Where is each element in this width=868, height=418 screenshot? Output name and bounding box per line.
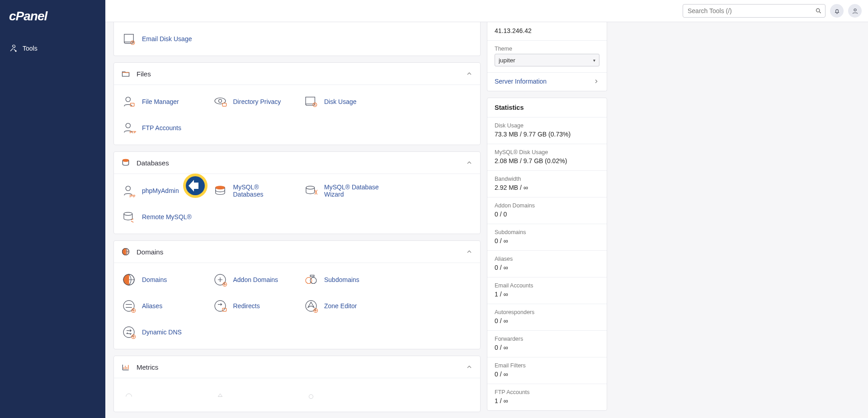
stat-value: 0 / ∞ bbox=[495, 317, 599, 324]
stat-value: 0 / ∞ bbox=[495, 371, 599, 378]
chevron-right-icon bbox=[593, 78, 599, 85]
item-label: FTP Accounts bbox=[142, 124, 181, 132]
stat-label: Aliases bbox=[495, 256, 599, 262]
item-label: MySQL® Database Wizard bbox=[324, 183, 382, 198]
item-label: Directory Privacy bbox=[233, 98, 281, 105]
phpmyadmin-icon: php bbox=[121, 183, 137, 198]
svg-point-2 bbox=[854, 9, 856, 11]
item-metrics-partial-3[interactable] bbox=[298, 383, 387, 407]
stat-value: 2.08 MB / 9.7 GB (0.02%) bbox=[495, 157, 599, 164]
stat-row[interactable]: Subdomains0 / ∞ bbox=[487, 224, 607, 251]
group-header-metrics[interactable]: Metrics bbox=[114, 356, 480, 378]
stat-value: 0 / ∞ bbox=[495, 344, 599, 351]
svg-text:FTP: FTP bbox=[130, 130, 136, 134]
stat-row[interactable]: Addon Domains0 / 0 bbox=[487, 197, 607, 224]
search-input[interactable] bbox=[683, 4, 826, 18]
group-title: Domains bbox=[137, 248, 163, 256]
svg-point-37 bbox=[309, 395, 313, 399]
item-subdomains[interactable]: Subdomains bbox=[298, 268, 387, 292]
item-label: Domains bbox=[142, 276, 167, 283]
item-remote-mysql[interactable]: Remote MySQL® bbox=[116, 205, 205, 229]
theme-select[interactable]: jupiter bbox=[495, 54, 599, 66]
stat-row[interactable]: FTP Accounts1 / ∞ bbox=[487, 384, 607, 410]
globe-icon bbox=[121, 247, 130, 256]
group-header-files[interactable]: Files bbox=[114, 63, 480, 85]
gauge-icon bbox=[303, 387, 319, 403]
svg-point-11 bbox=[126, 123, 130, 128]
group-databases: Databases php bbox=[113, 151, 481, 234]
folder-icon bbox=[121, 69, 130, 78]
item-label: Dynamic DNS bbox=[142, 329, 182, 336]
stat-row[interactable]: Forwarders0 / ∞ bbox=[487, 331, 607, 357]
stat-label: Disk Usage bbox=[495, 122, 599, 129]
ip-value: 41.13.246.42 bbox=[495, 27, 599, 34]
directory-privacy-icon bbox=[212, 94, 228, 109]
item-metrics-partial-1[interactable] bbox=[116, 383, 205, 407]
item-mysql-databases[interactable]: MySQL® Databases bbox=[207, 178, 297, 203]
item-email-disk-usage[interactable]: Email Disk Usage bbox=[116, 27, 205, 51]
item-ftp-accounts[interactable]: FTP FTP Accounts bbox=[116, 116, 205, 140]
item-redirects[interactable]: Redirects bbox=[207, 294, 297, 318]
domains-icon bbox=[121, 272, 137, 287]
group-files: Files Fi bbox=[113, 62, 481, 145]
item-metrics-partial-2[interactable] bbox=[207, 383, 297, 407]
svg-point-7 bbox=[218, 99, 222, 103]
stat-row[interactable]: Aliases0 / ∞ bbox=[487, 251, 607, 277]
stat-row[interactable]: Autoresponders0 / ∞ bbox=[487, 304, 607, 331]
svg-point-0 bbox=[15, 51, 16, 52]
addon-domains-icon bbox=[212, 272, 228, 287]
sidebar-item-tools[interactable]: Tools bbox=[0, 40, 105, 57]
gauge-icon bbox=[212, 387, 228, 403]
stat-row[interactable]: Disk Usage73.3 MB / 9.77 GB (0.73%) bbox=[487, 117, 607, 144]
item-mysql-database-wizard[interactable]: MySQL® Database Wizard bbox=[298, 178, 387, 203]
subdomains-icon bbox=[303, 272, 319, 287]
stat-value: 0 / ∞ bbox=[495, 264, 599, 271]
theme-label: Theme bbox=[495, 46, 599, 52]
notifications-button[interactable] bbox=[830, 4, 844, 18]
item-label: Disk Usage bbox=[324, 98, 357, 105]
item-addon-domains[interactable]: Addon Domains bbox=[207, 268, 297, 292]
stat-row[interactable]: Email Filters0 / ∞ bbox=[487, 357, 607, 384]
dynamic-dns-icon bbox=[121, 324, 137, 340]
search-icon bbox=[815, 8, 822, 14]
svg-rect-9 bbox=[306, 97, 315, 104]
server-info-label: Server Information bbox=[495, 78, 547, 85]
account-button[interactable] bbox=[848, 4, 862, 18]
item-label: Redirects bbox=[233, 302, 260, 310]
database-icon bbox=[121, 158, 130, 167]
stat-label: FTP Accounts bbox=[495, 389, 599, 395]
stat-label: Email Filters bbox=[495, 362, 599, 369]
stat-label: Bandwidth bbox=[495, 176, 599, 182]
stat-row[interactable]: MySQL® Disk Usage2.08 MB / 9.7 GB (0.02%… bbox=[487, 144, 607, 171]
svg-point-4 bbox=[126, 97, 130, 102]
group-header-databases[interactable]: Databases bbox=[114, 152, 480, 174]
stat-row[interactable]: Email Accounts1 / ∞ bbox=[487, 277, 607, 304]
aliases-icon bbox=[121, 298, 137, 314]
stat-row[interactable]: Bandwidth2.92 MB / ∞ bbox=[487, 171, 607, 197]
panel-general-info: 41.13.246.42 Theme jupiter ▾ Se bbox=[487, 22, 607, 91]
group-header-domains[interactable]: Domains bbox=[114, 241, 480, 263]
svg-point-31 bbox=[215, 301, 226, 311]
group-title: Metrics bbox=[137, 363, 158, 371]
item-file-manager[interactable]: File Manager bbox=[116, 89, 205, 114]
chevron-up-icon bbox=[466, 159, 473, 166]
item-domains[interactable]: Domains bbox=[116, 268, 205, 292]
item-aliases[interactable]: Aliases bbox=[116, 294, 205, 318]
svg-point-1 bbox=[816, 9, 820, 12]
item-directory-privacy[interactable]: Directory Privacy bbox=[207, 89, 297, 114]
item-phpmyadmin[interactable]: php phpMyAdmin bbox=[116, 178, 205, 203]
mysql-databases-icon bbox=[212, 183, 228, 198]
stat-label: Autoresponders bbox=[495, 309, 599, 315]
remote-mysql-icon bbox=[121, 209, 137, 225]
svg-point-29 bbox=[123, 301, 134, 311]
item-label: Email Disk Usage bbox=[142, 35, 192, 42]
sidebar: cPanel Tools bbox=[0, 0, 105, 418]
mysql-wizard-icon bbox=[303, 183, 319, 198]
chevron-up-icon bbox=[466, 70, 473, 77]
item-dynamic-dns[interactable]: Dynamic DNS bbox=[116, 320, 205, 344]
panel-statistics: Statistics Disk Usage73.3 MB / 9.77 GB (… bbox=[487, 98, 607, 411]
item-zone-editor[interactable]: Zone Editor bbox=[298, 294, 387, 318]
server-information-link[interactable]: Server Information bbox=[495, 78, 599, 85]
item-disk-usage[interactable]: Disk Usage bbox=[298, 89, 387, 114]
stat-label: Email Accounts bbox=[495, 282, 599, 289]
